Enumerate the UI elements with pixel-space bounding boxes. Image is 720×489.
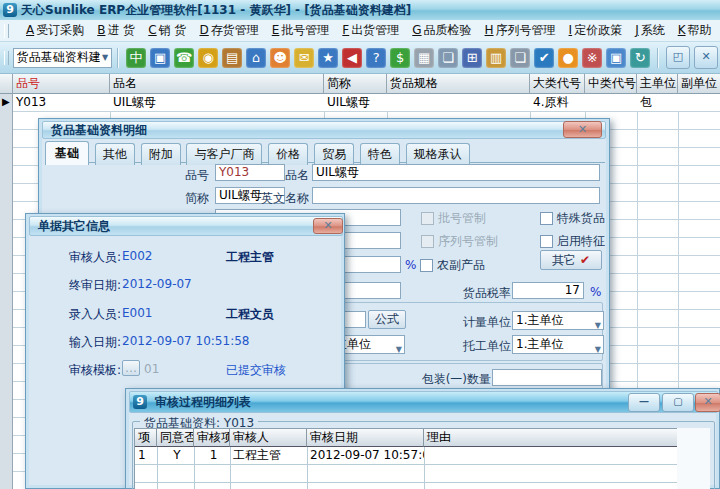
menu-item-system[interactable]: J系统 (635, 22, 665, 39)
english-name-field[interactable] (312, 187, 600, 204)
phone-icon[interactable]: ☎ (174, 48, 194, 68)
tab-feature[interactable]: 特色 (360, 143, 400, 165)
mail-icon[interactable]: ✉ (294, 48, 314, 68)
grid-cell-mid-class[interactable] (585, 94, 637, 112)
bell-icon[interactable]: ● (558, 48, 578, 68)
copy-icon[interactable]: ❏ (510, 48, 530, 68)
help-icon[interactable]: ? (366, 48, 386, 68)
briefcase-icon[interactable]: ▤ (222, 48, 242, 68)
audit-col-agree[interactable]: 同意否 (157, 429, 194, 447)
audit-table[interactable]: 项 同意否 审核项 审核人 审核日期 理由 1 Y 1 工程主管 2012-09… (134, 428, 677, 489)
audit-col-item[interactable]: 审核项 (194, 429, 230, 447)
info-dialog-titlebar[interactable]: 单据其它信息 (29, 216, 343, 236)
menu-item-help[interactable]: K帮助 (678, 22, 712, 39)
tab-spec-approve[interactable]: 规格承认 (406, 143, 470, 165)
col-header-short-name[interactable]: 简称 (324, 74, 387, 94)
calculator-icon[interactable]: ⊞ (462, 48, 482, 68)
module-select[interactable]: 货品基础资料建档 ▼ (13, 48, 113, 68)
audit-cell-date[interactable]: 2012-09-07 10:57:02 (307, 447, 424, 465)
back-icon[interactable]: ◀ (342, 48, 362, 68)
audit-col-reason[interactable]: 理由 (424, 429, 678, 447)
agri-product-checkbox[interactable]: 农副产品 (420, 257, 485, 274)
grid-cell-main-unit[interactable]: 包 (637, 94, 678, 112)
menu-item-serial[interactable]: H序列号管理 (485, 22, 556, 39)
formula-button[interactable]: 公式 (368, 310, 406, 329)
menu-item-inventory[interactable]: D存货管理 (200, 22, 259, 39)
close-icon[interactable]: ✕ (695, 393, 720, 412)
maximize-icon[interactable]: ▢ (662, 393, 694, 412)
other-button[interactable]: 其它 ✔ (540, 250, 602, 270)
outsource-unit-select[interactable]: 1.主单位▼ (512, 335, 604, 354)
audit-cell-agree[interactable]: Y (157, 447, 194, 465)
audit-table-filler (677, 428, 710, 489)
grid-selector-column (0, 94, 13, 489)
measure-unit-select[interactable]: 1.主单位▼ (512, 311, 604, 330)
grid-cell-item-no[interactable]: Y013 (13, 94, 110, 112)
grid-cell-spec[interactable] (387, 94, 530, 112)
item-name-field[interactable]: UIL螺母 (312, 164, 600, 181)
cart-icon[interactable]: ▦ (414, 48, 434, 68)
col-header-major-class[interactable]: 大类代号 (530, 74, 585, 94)
audit-cell-auditor[interactable]: 工程主管 (230, 447, 307, 465)
minimize-icon[interactable]: — (628, 393, 660, 412)
detail-dialog-titlebar[interactable]: 货品基础资料明细 (42, 121, 606, 139)
drawer-icon[interactable]: ▥ (486, 48, 506, 68)
menu-item-shipping[interactable]: F出货管理 (342, 22, 399, 39)
translate-icon[interactable]: 中 (126, 48, 146, 68)
package-qty-field[interactable] (492, 369, 602, 386)
grid-cell-major-class[interactable]: 4.原料 (530, 94, 585, 112)
audit-col-auditor[interactable]: 审核人 (230, 429, 307, 447)
item-no-label: 品号 (149, 167, 209, 184)
tab-other[interactable]: 其他 (95, 143, 135, 165)
menu-item-incoming[interactable]: B进 货 (97, 22, 135, 39)
menu-item-batch[interactable]: E批号管理 (272, 22, 330, 39)
tax-rate-field[interactable]: 17 (512, 282, 584, 299)
tab-extra[interactable]: 附加 (141, 143, 181, 165)
favorites-icon[interactable]: ★ (318, 48, 338, 68)
tab-trade[interactable]: 贸易 (314, 143, 354, 165)
audit-col-seq[interactable]: 项 (135, 429, 157, 447)
audit-cell-reason[interactable] (424, 447, 678, 465)
users-icon[interactable]: ☻ (270, 48, 290, 68)
detail-dialog-title: 货品基础资料明细 (51, 122, 147, 139)
percent-sign: % (590, 285, 601, 299)
tab-price[interactable]: 价格 (268, 143, 308, 165)
col-header-sub-unit[interactable]: 副单位 (678, 74, 720, 94)
percent-sign: % (405, 258, 416, 272)
close-icon[interactable]: ✕ (313, 218, 343, 234)
audit-col-date[interactable]: 审核日期 (307, 429, 424, 447)
remote-desktop-icon[interactable]: ▣ (606, 48, 626, 68)
col-header-item-no[interactable]: 品号 (13, 74, 110, 94)
close-icon[interactable]: ✕ (563, 121, 602, 138)
audit-cell-item[interactable]: 1 (194, 447, 230, 465)
check-circle-icon[interactable]: ✔ (534, 48, 554, 68)
enable-feature-checkbox[interactable]: 启用特征 (540, 233, 605, 250)
menu-item-quality[interactable]: G品质检验 (412, 22, 471, 39)
special-item-checkbox[interactable]: 特殊货品 (540, 210, 605, 227)
grid-cell-short-name[interactable]: UIL螺母 (324, 94, 387, 112)
col-header-spec[interactable]: 货品规格 (387, 74, 530, 94)
grid-cell-item-name[interactable]: UIL螺母 (110, 94, 324, 112)
home-icon[interactable]: ⌂ (246, 48, 266, 68)
col-header-item-name[interactable]: 品名 (110, 74, 324, 94)
toolbar-separator (117, 48, 119, 68)
audit-cell-seq[interactable]: 1 (135, 447, 157, 465)
toolbar: 货品基础资料建档 ▼ 中 ▣ ☎ ◉ ▤ ⌂ ☻ ✉ ★ ◀ ? $ ▦ ❏ ⊞… (0, 42, 720, 74)
menu-item-sales[interactable]: C销 货 (148, 22, 186, 39)
col-header-main-unit[interactable]: 主单位 (637, 74, 678, 94)
page-refresh-icon[interactable]: ❏ (438, 48, 458, 68)
org-chart-icon[interactable]: ※ (582, 48, 602, 68)
grid-cell-sub-unit[interactable] (678, 94, 720, 112)
chevron-down-icon: ▼ (595, 341, 601, 354)
menu-item-order-purchase[interactable]: A受订采购 (26, 22, 84, 39)
refresh-icon[interactable]: ↻ (630, 48, 650, 68)
restore-window-button[interactable]: ◰ (666, 46, 690, 69)
close-window-button[interactable]: ✕ (694, 46, 718, 69)
tab-customer-vendor[interactable]: 与客户厂商 (186, 143, 262, 165)
col-header-mid-class[interactable]: 中类代号 (585, 74, 637, 94)
dollar-icon[interactable]: $ (390, 48, 410, 68)
tab-basic[interactable]: 基础 (45, 141, 89, 165)
menu-item-pricing[interactable]: I定价政策 (569, 22, 623, 39)
lock-icon[interactable]: ◉ (198, 48, 218, 68)
monitor-icon[interactable]: ▣ (150, 48, 170, 68)
